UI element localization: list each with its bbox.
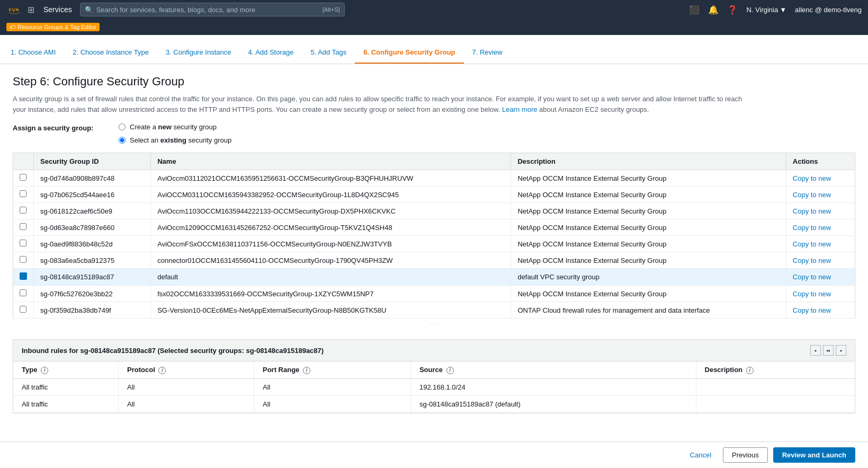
checkbox-unchecked[interactable] — [20, 190, 26, 197]
help-icon[interactable]: ❓ — [727, 5, 738, 15]
radio-create-new[interactable]: Create a new security group — [119, 123, 231, 131]
row-action[interactable]: Copy to new — [786, 203, 855, 219]
checkbox-unchecked[interactable] — [20, 240, 26, 246]
wizard-step-4[interactable]: 4. Add Storage — [239, 48, 302, 64]
wizard-step-2[interactable]: 2. Choose Instance Type — [64, 48, 157, 64]
checkbox-unchecked[interactable] — [20, 289, 26, 296]
row-sg-id: sg-07b0625cd544aee16 — [34, 187, 151, 203]
view-icon-1[interactable]: ▪ — [810, 345, 821, 356]
wizard-step-7[interactable]: 7. Review — [464, 48, 511, 64]
table-row[interactable]: sg-0d746a0908b897c48 AviOccm03112021OCCM… — [13, 170, 855, 187]
row-action[interactable]: Copy to new — [786, 286, 855, 302]
row-checkbox[interactable] — [13, 187, 34, 203]
row-name: AviOccm1209OCCM1631452667252-OCCMSecurit… — [151, 219, 511, 236]
row-name: SG-Version10-0CEc6MEs-NetAppExternalSecu… — [151, 302, 511, 319]
copy-to-new-link[interactable]: Copy to new — [793, 306, 831, 314]
row-action[interactable]: Copy to new — [786, 252, 855, 269]
review-launch-button[interactable]: Review and Launch — [773, 447, 855, 463]
checkbox-unchecked[interactable] — [20, 223, 26, 230]
row-action[interactable]: Copy to new — [786, 236, 855, 252]
radio-existing-label: Select an existing security group — [130, 136, 231, 144]
page-body: Step 6: Configure Security Group A secur… — [0, 64, 868, 424]
source-info-icon[interactable]: i — [446, 367, 454, 374]
view-icon-2[interactable]: ▪▪ — [823, 345, 834, 356]
rules-col-protocol: Protocol i — [119, 361, 254, 378]
row-checkbox[interactable] — [13, 170, 34, 187]
region-selector[interactable]: N. Virginia ▼ — [746, 6, 786, 14]
search-input[interactable] — [96, 6, 319, 14]
rule-protocol: All — [119, 378, 254, 395]
table-row[interactable]: sg-0618122caef6c50e9 AviOccm1103OCCM1635… — [13, 203, 855, 219]
row-action[interactable]: Copy to new — [786, 302, 855, 319]
main-content: 1. Choose AMI 2. Choose Instance Type 3.… — [0, 35, 868, 468]
row-checkbox[interactable] — [13, 286, 34, 302]
row-action[interactable]: Copy to new — [786, 219, 855, 236]
resource-groups-badge[interactable]: 🏷 Resource Groups & Tag Editor — [6, 23, 100, 31]
copy-to-new-link[interactable]: Copy to new — [793, 224, 831, 232]
inbound-view-actions: ▪ ▪▪ ▪ — [810, 345, 846, 356]
table-row[interactable]: sg-0d63ea8c78987e660 AviOccm1209OCCM1631… — [13, 219, 855, 236]
row-checkbox[interactable] — [13, 269, 34, 286]
row-action[interactable]: Copy to new — [786, 170, 855, 187]
radio-existing[interactable]: Select an existing security group — [119, 136, 231, 144]
row-sg-id: sg-0d746a0908b897c48 — [34, 170, 151, 187]
table-row[interactable]: sg-0f359d2ba38db749f SG-Version10-0CEc6M… — [13, 302, 855, 319]
row-checkbox[interactable] — [13, 252, 34, 269]
row-sg-id: sg-07f6c527620e3bb22 — [34, 286, 151, 302]
desc-info-icon[interactable]: i — [746, 367, 754, 374]
row-action[interactable]: Copy to new — [786, 187, 855, 203]
wizard-step-1[interactable]: 1. Choose AMI — [11, 48, 64, 64]
wizard-step-5[interactable]: 5. Add Tags — [302, 48, 355, 64]
checkbox-unchecked[interactable] — [20, 256, 26, 263]
bell-icon[interactable]: 🔔 — [708, 5, 719, 15]
row-sg-id: sg-083a6ea5cba912375 — [34, 252, 151, 269]
previous-button[interactable]: Previous — [723, 447, 768, 463]
table-row[interactable]: sg-0aed9f8836b48c52d AviOccmFSxOCCM16381… — [13, 236, 855, 252]
row-description: NetApp OCCM Instance External Security G… — [511, 170, 786, 187]
table-row[interactable]: sg-083a6ea5cba912375 connector01OCCM1631… — [13, 252, 855, 269]
table-row[interactable]: sg-07f6c527620e3bb22 fsx02OCCM1633339531… — [13, 286, 855, 302]
rule-type: All traffic — [13, 378, 119, 395]
cancel-button[interactable]: Cancel — [684, 448, 718, 462]
view-icon-3[interactable]: ▪ — [836, 345, 846, 356]
checkbox-unchecked[interactable] — [20, 306, 26, 313]
protocol-info-icon[interactable]: i — [158, 367, 166, 374]
copy-to-new-link[interactable]: Copy to new — [793, 191, 831, 199]
row-sg-id: sg-0aed9f8836b48c52d — [34, 236, 151, 252]
row-checkbox[interactable] — [13, 236, 34, 252]
copy-to-new-link[interactable]: Copy to new — [793, 240, 831, 248]
checkbox-checked[interactable] — [20, 272, 27, 280]
grid-icon[interactable]: ⊞ — [28, 5, 34, 15]
row-checkbox[interactable] — [13, 219, 34, 236]
checkbox-unchecked[interactable] — [20, 207, 26, 214]
radio-new-input[interactable] — [119, 123, 126, 130]
rule-port-range: All — [254, 378, 411, 395]
services-menu[interactable]: Services — [40, 3, 76, 16]
copy-to-new-link[interactable]: Copy to new — [793, 273, 831, 281]
terminal-icon[interactable]: ⬛ — [689, 5, 700, 15]
table-row[interactable]: sg-08148ca915189ac87 default default VPC… — [13, 269, 855, 286]
copy-to-new-link[interactable]: Copy to new — [793, 290, 831, 298]
rules-col-source: Source i — [410, 361, 696, 378]
copy-to-new-link[interactable]: Copy to new — [793, 207, 831, 215]
checkbox-unchecked[interactable] — [20, 174, 26, 181]
row-action[interactable]: Copy to new — [786, 269, 855, 286]
learn-more-link[interactable]: Learn more — [502, 105, 537, 113]
table-row[interactable]: sg-07b0625cd544aee16 AviOCCM0311OCCM1635… — [13, 187, 855, 203]
copy-to-new-link[interactable]: Copy to new — [793, 174, 831, 182]
type-info-icon[interactable]: i — [41, 367, 48, 374]
wizard-step-3[interactable]: 3. Configure Instance — [157, 48, 240, 64]
row-checkbox[interactable] — [13, 302, 34, 319]
rules-col-port: Port Range i — [254, 361, 411, 378]
radio-new-label: Create a new security group — [130, 123, 217, 131]
search-bar[interactable]: 🔍 [Alt+S] — [80, 3, 345, 16]
row-checkbox[interactable] — [13, 203, 34, 219]
copy-to-new-link[interactable]: Copy to new — [793, 257, 831, 264]
inbound-title: Inbound rules for sg-08148ca915189ac87 (… — [22, 347, 324, 355]
rule-protocol: All — [119, 395, 254, 412]
port-info-icon[interactable]: i — [303, 367, 310, 374]
account-info[interactable]: allenc @ demo-tlveng — [795, 6, 862, 14]
col-sg-id: Security Group ID — [34, 153, 151, 170]
radio-existing-input[interactable] — [119, 137, 126, 144]
wizard-step-6[interactable]: 6. Configure Security Group — [355, 48, 463, 64]
